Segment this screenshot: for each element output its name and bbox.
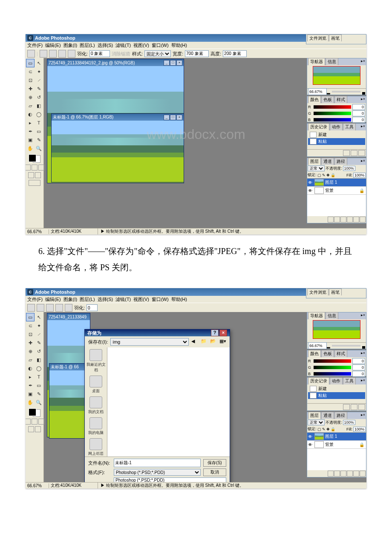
- status-zoom[interactable]: 66.67%: [27, 483, 49, 488]
- layer-row[interactable]: 👁图层 1: [307, 433, 366, 441]
- help-icon[interactable]: ?: [211, 330, 219, 336]
- place-mycomputer[interactable]: 我的电脑: [86, 417, 106, 436]
- menu-view[interactable]: 视图(V): [133, 296, 149, 303]
- palette-menu-icon[interactable]: ▸×: [361, 97, 365, 101]
- history-state[interactable]: 粘贴: [308, 138, 365, 145]
- fx-icon[interactable]: [328, 217, 334, 223]
- shape-tool-icon[interactable]: ▭: [35, 381, 43, 390]
- selmode-icon[interactable]: [37, 304, 44, 312]
- g-input[interactable]: [352, 110, 365, 116]
- dodge-tool-icon[interactable]: ◯: [35, 364, 43, 373]
- tab-filebrowser[interactable]: 文件浏览: [307, 35, 329, 41]
- tab-actions[interactable]: 动作: [330, 123, 343, 130]
- zoom-tool-icon[interactable]: 🔍: [35, 144, 43, 153]
- tab-brushes[interactable]: 画笔: [329, 289, 342, 295]
- gradient-tool-icon[interactable]: ◧: [35, 356, 43, 364]
- place-mydocs[interactable]: 我的文档: [86, 396, 106, 415]
- selmode-icon[interactable]: [46, 304, 54, 312]
- tab-styles[interactable]: 样式: [334, 350, 347, 357]
- marquee-tool-icon[interactable]: ▭: [26, 313, 35, 321]
- tab-info[interactable]: 信息: [326, 58, 338, 65]
- wand-tool-icon[interactable]: ✦: [35, 67, 43, 76]
- tab-swatches[interactable]: 色板: [321, 96, 334, 103]
- close-icon[interactable]: ×: [219, 330, 227, 336]
- history-state[interactable]: 新建: [308, 131, 365, 138]
- tab-channels[interactable]: 通道: [321, 412, 334, 419]
- place-recent[interactable]: 我最近的文档: [86, 349, 106, 373]
- r-input[interactable]: [352, 358, 365, 364]
- selmode-icon[interactable]: [58, 50, 66, 58]
- type-tool-icon[interactable]: T: [35, 373, 43, 381]
- crop-tool-icon[interactable]: ⊡: [26, 330, 35, 338]
- lock-pos-icon[interactable]: ✚: [326, 173, 330, 177]
- jump-to[interactable]: [28, 180, 41, 186]
- blend-mode-select[interactable]: 正常: [308, 419, 325, 425]
- eyedropper-icon[interactable]: ✎: [35, 390, 43, 398]
- fill-value[interactable]: 100%: [353, 427, 366, 432]
- menu-select[interactable]: 选择(S): [98, 296, 113, 303]
- history-brush-icon[interactable]: ↺: [35, 93, 43, 101]
- mask-icon[interactable]: [334, 217, 340, 223]
- palette-menu-icon[interactable]: ▸×: [361, 124, 365, 128]
- visibility-icon[interactable]: 👁: [307, 180, 313, 185]
- notes-tool-icon[interactable]: ▣: [26, 136, 35, 144]
- menu-help[interactable]: 帮助(H): [171, 296, 187, 303]
- menu-help[interactable]: 帮助(H): [171, 42, 187, 49]
- screen-mode[interactable]: [26, 165, 45, 171]
- format-select[interactable]: Photoshop (*.PSD;*.PDD): [114, 469, 201, 476]
- lock-trans-icon[interactable]: ▢: [317, 173, 321, 177]
- new-snapshot-icon[interactable]: [343, 150, 350, 156]
- shape-tool-icon[interactable]: ▭: [35, 127, 43, 136]
- palette-menu-icon[interactable]: ▸×: [361, 159, 365, 163]
- move-tool-icon[interactable]: ↖: [35, 313, 43, 321]
- crop-tool-icon[interactable]: ⊡: [26, 76, 35, 84]
- marquee-icon[interactable]: [27, 50, 35, 58]
- zoom-in-icon[interactable]: ▄: [362, 90, 365, 94]
- stamp-tool-icon[interactable]: ⊕: [26, 347, 35, 356]
- filename-input[interactable]: [114, 459, 201, 467]
- menu-window[interactable]: 窗口(W): [152, 296, 169, 303]
- palette-menu-icon[interactable]: ▸×: [361, 59, 365, 63]
- path-tool-icon[interactable]: ▸: [26, 119, 35, 127]
- type-tool-icon[interactable]: T: [35, 119, 43, 127]
- width-input[interactable]: [185, 50, 209, 57]
- tab-channels[interactable]: 通道: [321, 158, 334, 165]
- heal-tool-icon[interactable]: ✚: [26, 84, 35, 93]
- menu-edit[interactable]: 编辑(E): [45, 296, 61, 303]
- gradient-tool-icon[interactable]: ◧: [35, 101, 43, 110]
- tab-history[interactable]: 历史记录: [308, 123, 329, 130]
- place-network[interactable]: 网上邻居: [86, 438, 106, 457]
- marquee-icon[interactable]: [27, 304, 35, 312]
- color-swatch[interactable]: [28, 154, 41, 163]
- tab-layers[interactable]: 图层: [308, 412, 321, 419]
- tab-paths[interactable]: 路径: [334, 412, 347, 419]
- tab-history[interactable]: 历史记录: [308, 377, 329, 384]
- notes-tool-icon[interactable]: ▣: [26, 390, 35, 398]
- trash-icon[interactable]: [360, 217, 366, 223]
- hand-tool-icon[interactable]: ✋: [26, 398, 35, 407]
- tab-layers[interactable]: 图层: [308, 158, 321, 165]
- lock-pixels-icon[interactable]: ✎: [322, 173, 326, 177]
- lasso-tool-icon[interactable]: ⊂: [26, 67, 35, 76]
- b-input[interactable]: [352, 117, 365, 123]
- up-icon[interactable]: 📁: [201, 338, 208, 345]
- menu-file[interactable]: 文件(F): [27, 42, 43, 49]
- tab-navigator[interactable]: 导航器: [308, 58, 325, 65]
- menu-file[interactable]: 文件(F): [27, 296, 43, 303]
- eraser-tool-icon[interactable]: ▱: [26, 356, 35, 364]
- adj-icon[interactable]: [347, 217, 353, 223]
- blur-tool-icon[interactable]: ◐: [26, 110, 35, 119]
- new-layer-icon[interactable]: [353, 217, 359, 223]
- folder-icon[interactable]: [340, 217, 346, 223]
- nav-zoom-input[interactable]: [308, 88, 327, 95]
- zoom-tool-icon[interactable]: 🔍: [35, 398, 43, 407]
- path-tool-icon[interactable]: ▸: [26, 373, 35, 381]
- brush-tool-icon[interactable]: ✎: [35, 84, 43, 93]
- minimize-icon[interactable]: _: [164, 115, 170, 120]
- wand-tool-icon[interactable]: ✦: [35, 321, 43, 330]
- tab-filebrowser[interactable]: 文件浏览: [307, 289, 329, 295]
- lasso-tool-icon[interactable]: ⊂: [26, 321, 35, 330]
- blur-tool-icon[interactable]: ◐: [26, 364, 35, 373]
- color-swatch[interactable]: [28, 408, 41, 417]
- style-select[interactable]: 固定大小: [144, 50, 171, 57]
